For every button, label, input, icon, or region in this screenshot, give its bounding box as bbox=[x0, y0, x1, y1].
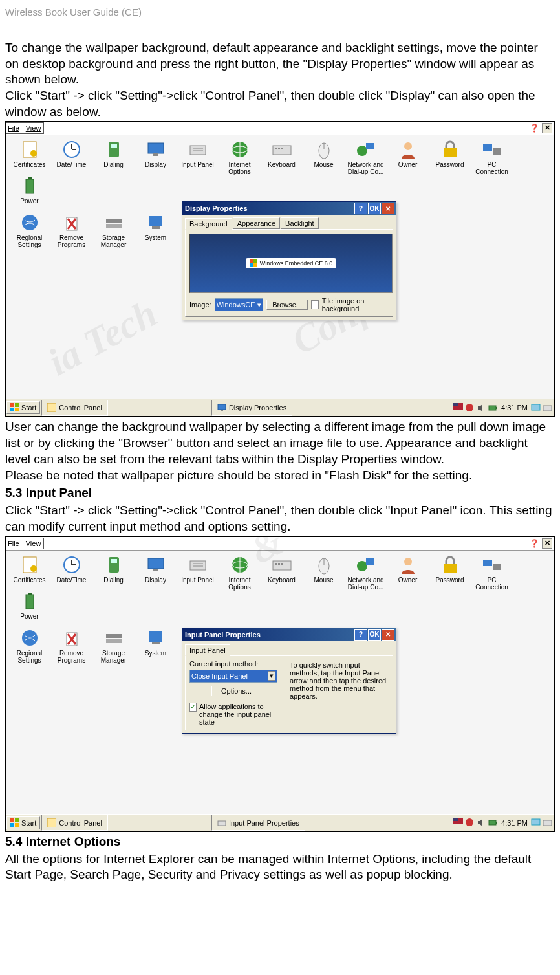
cpl-system[interactable]: System bbox=[135, 212, 177, 248]
cpl-regional-settings[interactable]: Regional Settings bbox=[8, 628, 50, 664]
image-select[interactable]: WindowsCE ▾ bbox=[215, 298, 264, 311]
svg-rect-89 bbox=[106, 639, 122, 643]
tray-desktop-icon[interactable] bbox=[531, 818, 541, 827]
tray-clock[interactable]: 4:31 PM bbox=[501, 819, 528, 827]
cpl-keyboard[interactable]: Keyboard bbox=[261, 554, 303, 591]
menu-file[interactable]: File bbox=[8, 540, 19, 547]
cpl-mouse[interactable]: Mouse bbox=[303, 139, 345, 175]
svg-rect-15 bbox=[273, 146, 291, 155]
tab-input-panel[interactable]: Input Panel bbox=[185, 644, 230, 656]
system-tray: 4:31 PM bbox=[453, 403, 554, 413]
cpl-icon-glyph bbox=[398, 139, 418, 160]
cpl-keyboard[interactable]: Keyboard bbox=[261, 139, 303, 175]
cpl-label: Keyboard bbox=[268, 161, 296, 168]
tray-keyboard-icon[interactable] bbox=[543, 818, 552, 827]
cpl-certificates[interactable]: Certificates bbox=[8, 554, 50, 591]
taskbar-input-panel-properties[interactable]: Input Panel Properties bbox=[211, 815, 305, 831]
tray-network-icon[interactable] bbox=[465, 818, 475, 827]
cpl-power[interactable]: Power bbox=[8, 175, 50, 204]
tray-keyboard-icon[interactable] bbox=[543, 403, 552, 413]
tray-battery-icon[interactable] bbox=[488, 818, 498, 827]
svg-rect-54 bbox=[543, 406, 552, 411]
close-icon[interactable]: ✕ bbox=[542, 538, 552, 549]
svg-rect-51 bbox=[489, 406, 496, 410]
cpl-remove-programs[interactable]: Remove Programs bbox=[50, 628, 92, 664]
cpl-storage-manager[interactable]: Storage Manager bbox=[92, 212, 135, 248]
tile-checkbox[interactable] bbox=[311, 300, 319, 309]
tab-backlight[interactable]: Backlight bbox=[281, 217, 319, 229]
dialog-close-icon[interactable]: ✕ bbox=[382, 203, 394, 214]
svg-point-23 bbox=[404, 142, 412, 150]
cpl-regional-settings[interactable]: Regional Settings bbox=[8, 212, 50, 248]
cpl-label: Power bbox=[20, 613, 38, 620]
cpl-label: Internet Options bbox=[219, 161, 261, 175]
taskbar-control-panel[interactable]: Control Panel bbox=[41, 400, 108, 416]
cpl-label: Remove Programs bbox=[50, 650, 92, 664]
cpl-network-and-dial-up-co-[interactable]: Network and Dial-up Co... bbox=[345, 554, 387, 591]
dialog-ok-button[interactable]: OK bbox=[368, 629, 381, 641]
help-icon[interactable]: ❓ bbox=[530, 124, 539, 133]
tray-flag-icon[interactable] bbox=[453, 403, 463, 413]
menu-view[interactable]: View bbox=[26, 540, 41, 547]
dialog-close-icon[interactable]: ✕ bbox=[382, 629, 394, 641]
cpl-date-time[interactable]: Date/Time bbox=[50, 139, 92, 175]
paragraph-1: To change the wallpaper background, defa… bbox=[5, 40, 555, 88]
dialog-help-icon[interactable]: ? bbox=[354, 203, 367, 214]
menu-view[interactable]: View bbox=[26, 124, 41, 132]
cpl-display[interactable]: Display bbox=[135, 554, 177, 591]
cpl-power[interactable]: Power bbox=[8, 591, 50, 620]
cpl-pc-connection[interactable]: PC Connection bbox=[471, 139, 513, 175]
options-button[interactable]: Options... bbox=[211, 686, 261, 696]
cpl-mouse[interactable]: Mouse bbox=[303, 554, 345, 591]
svg-rect-16 bbox=[275, 148, 277, 149]
tab-background[interactable]: Background bbox=[185, 218, 232, 230]
start-button[interactable]: Start bbox=[6, 816, 40, 829]
allow-apps-checkbox[interactable] bbox=[189, 703, 197, 712]
browse-button[interactable]: Browse... bbox=[266, 300, 308, 310]
tray-desktop-icon[interactable] bbox=[531, 403, 541, 413]
cpl-internet-options[interactable]: Internet Options bbox=[219, 139, 261, 175]
cpl-internet-options[interactable]: Internet Options bbox=[219, 554, 261, 591]
svg-rect-63 bbox=[153, 569, 158, 571]
cpl-password[interactable]: Password bbox=[429, 554, 471, 591]
tray-network-icon[interactable] bbox=[465, 403, 475, 413]
svg-rect-40 bbox=[253, 263, 257, 267]
cpl-certificates[interactable]: Certificates bbox=[8, 139, 50, 175]
control-panel-icons-row1: CertificatesDate/TimeDialingDisplayInput… bbox=[6, 135, 554, 208]
dialog-ok-button[interactable]: OK bbox=[368, 203, 381, 214]
cpl-network-and-dial-up-co-[interactable]: Network and Dial-up Co... bbox=[345, 139, 387, 175]
help-icon[interactable]: ❓ bbox=[530, 539, 539, 548]
cpl-dialing[interactable]: Dialing bbox=[92, 139, 135, 175]
cpl-remove-programs[interactable]: Remove Programs bbox=[50, 212, 92, 248]
cpl-dialing[interactable]: Dialing bbox=[92, 554, 135, 591]
tray-volume-icon[interactable] bbox=[477, 403, 486, 413]
tray-flag-icon[interactable] bbox=[453, 818, 463, 827]
cpl-password[interactable]: Password bbox=[429, 139, 471, 175]
cpl-pc-connection[interactable]: PC Connection bbox=[471, 554, 513, 591]
dialog-titlebar[interactable]: Display Properties ? OK ✕ bbox=[182, 202, 396, 215]
cpl-input-panel[interactable]: Input Panel bbox=[177, 554, 219, 591]
tab-appearance[interactable]: Appearance bbox=[233, 217, 280, 229]
cpl-display[interactable]: Display bbox=[135, 139, 177, 175]
svg-rect-96 bbox=[47, 818, 56, 827]
tray-battery-icon[interactable] bbox=[488, 403, 498, 413]
start-button[interactable]: Start bbox=[6, 401, 40, 414]
input-method-select[interactable]: Close Input Panel ▾ bbox=[189, 670, 277, 683]
cpl-label: Regional Settings bbox=[8, 234, 50, 248]
cpl-date-time[interactable]: Date/Time bbox=[50, 554, 92, 591]
dialog-help-icon[interactable]: ? bbox=[354, 629, 367, 641]
taskbar-control-panel[interactable]: Control Panel bbox=[41, 815, 108, 831]
cpl-owner[interactable]: Owner bbox=[387, 139, 429, 175]
cpl-storage-manager[interactable]: Storage Manager bbox=[92, 628, 135, 664]
tray-volume-icon[interactable] bbox=[477, 818, 486, 827]
menu-file[interactable]: File bbox=[8, 124, 19, 132]
cpl-owner[interactable]: Owner bbox=[387, 554, 429, 591]
close-icon[interactable]: ✕ bbox=[542, 123, 552, 133]
svg-rect-91 bbox=[152, 642, 160, 644]
taskbar-display-properties[interactable]: Display Properties bbox=[211, 400, 292, 416]
cpl-label: Input Panel bbox=[181, 161, 214, 168]
dialog-titlebar[interactable]: Input Panel Properties ? OK ✕ bbox=[182, 628, 396, 641]
cpl-input-panel[interactable]: Input Panel bbox=[177, 139, 219, 175]
cpl-system[interactable]: System bbox=[135, 628, 177, 664]
tray-clock[interactable]: 4:31 PM bbox=[501, 404, 528, 411]
